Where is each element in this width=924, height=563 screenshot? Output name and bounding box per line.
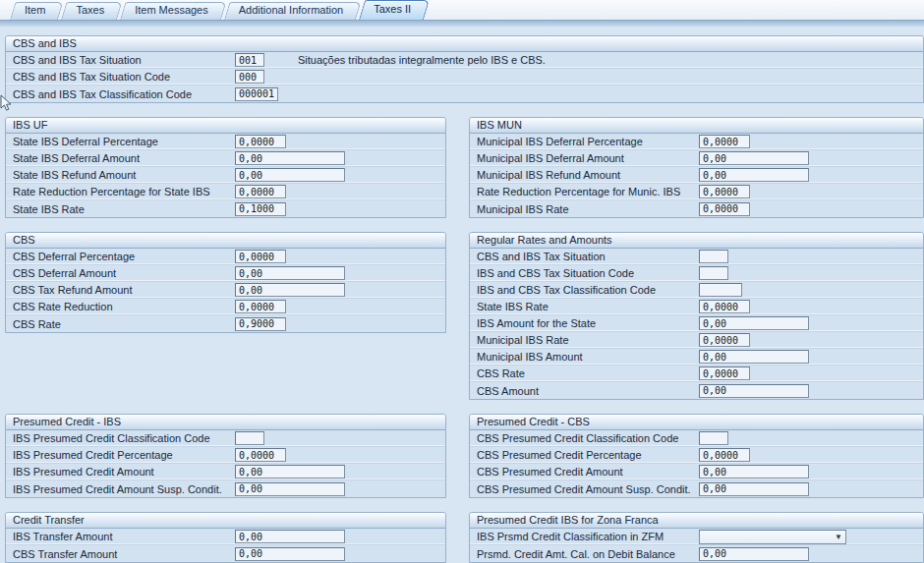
tab-label: Item bbox=[25, 4, 45, 16]
field-label: CBS Presumed Credit Amount bbox=[477, 466, 699, 478]
field-label: CBS and IBS Tax Classification Code bbox=[13, 88, 235, 100]
field-row: IBS Presumed Credit Amount Susp. Condit. bbox=[6, 480, 445, 497]
tab-additional-information[interactable]: Additional Information bbox=[224, 2, 356, 20]
field-label: CBS Amount bbox=[477, 385, 699, 397]
field-input-prsmd-credit-amt-cal-on-debit-balance[interactable] bbox=[699, 547, 809, 561]
field-input-ibs-presumed-credit-percentage[interactable] bbox=[235, 448, 286, 462]
group-title: IBS MUN bbox=[470, 118, 923, 134]
field-row: IBS and CBS Tax Situation Code bbox=[470, 265, 923, 282]
field-row: State IBS Rate bbox=[470, 299, 923, 315]
field-input-state-ibs-refund-amount[interactable] bbox=[235, 168, 345, 182]
field-input-ibs-presumed-credit-amount-susp-condit[interactable] bbox=[235, 482, 345, 496]
field-label: IBS Prsmd Credit Classification in ZFM bbox=[477, 531, 699, 542]
field-input-cbs-deferral-amount[interactable] bbox=[235, 266, 345, 280]
field-label: State IBS Rate bbox=[477, 301, 699, 312]
group-title: Presumed Credit - CBS bbox=[470, 415, 923, 430]
group-cbs: CBSCBS Deferral PercentageCBS Deferral A… bbox=[5, 232, 446, 333]
field-input-ibs-presumed-credit-classification-code[interactable] bbox=[235, 431, 264, 445]
field-input-cbs-rate[interactable] bbox=[699, 366, 750, 380]
field-input-state-ibs-rate[interactable] bbox=[699, 300, 750, 313]
group-title: Presumed Credit IBS for Zona Franca bbox=[470, 513, 923, 529]
field-input-cbs-presumed-credit-classification-code[interactable] bbox=[699, 431, 728, 445]
field-row: CBS and IBS Tax SituationSituações tribu… bbox=[6, 52, 923, 69]
field-label: CBS Presumed Credit Percentage bbox=[477, 449, 699, 461]
field-input-municipal-ibs-amount[interactable] bbox=[699, 350, 809, 364]
field-input-ibs-amount-for-the-state[interactable] bbox=[699, 316, 809, 330]
field-input-cbs-transfer-amount[interactable] bbox=[235, 547, 345, 561]
field-input-municipal-ibs-refund-amount[interactable] bbox=[699, 168, 809, 182]
field-row: State IBS Rate bbox=[6, 200, 445, 217]
field-row: CBS Rate bbox=[6, 315, 445, 332]
field-row: CBS Presumed Credit Percentage bbox=[470, 447, 923, 464]
field-input-ibs-and-cbs-tax-classification-code[interactable] bbox=[699, 283, 742, 297]
field-input-rate-reduction-percentage-for-state-ibs[interactable] bbox=[235, 185, 286, 198]
tab-taxes-ii[interactable]: Taxes II bbox=[359, 0, 424, 20]
field-label: IBS Presumed Credit Amount Susp. Condit. bbox=[13, 483, 235, 495]
field-input-ibs-presumed-credit-amount[interactable] bbox=[235, 465, 345, 479]
field-input-cbs-presumed-credit-amount[interactable] bbox=[699, 465, 809, 479]
field-input-municipal-ibs-deferral-amount[interactable] bbox=[699, 151, 809, 165]
field-label: CBS Deferral Percentage bbox=[13, 251, 235, 262]
group-zona-franca: Presumed Credit IBS for Zona FrancaIBS P… bbox=[469, 512, 924, 563]
mouse-cursor-icon bbox=[0, 94, 12, 112]
field-row: IBS Transfer Amount bbox=[6, 529, 445, 545]
field-input-municipal-ibs-rate[interactable] bbox=[699, 202, 750, 216]
field-row: IBS Amount for the State bbox=[470, 315, 923, 332]
field-input-cbs-and-ibs-tax-classification-code[interactable] bbox=[235, 87, 278, 101]
field-row: Prsmd. Credit Amt. Cal. on Debit Balance bbox=[470, 545, 923, 562]
field-row: Municipal IBS Deferral Percentage bbox=[470, 134, 923, 150]
field-label: Municipal IBS Deferral Amount bbox=[477, 152, 699, 164]
group-regular-rates: Regular Rates and AmountsCBS and IBS Tax… bbox=[469, 232, 924, 400]
field-input-municipal-ibs-deferral-percentage[interactable] bbox=[699, 135, 750, 148]
field-input-cbs-and-ibs-tax-situation-code[interactable] bbox=[235, 70, 264, 84]
field-input-cbs-rate[interactable] bbox=[235, 317, 286, 331]
field-input-rate-reduction-percentage-for-munic-ibs[interactable] bbox=[699, 185, 750, 198]
field-label: CBS Tax Refund Amount bbox=[13, 284, 235, 296]
field-input-ibs-and-cbs-tax-situation-code[interactable] bbox=[699, 266, 728, 280]
field-input-cbs-amount[interactable] bbox=[699, 384, 809, 398]
tab-item[interactable]: Item bbox=[10, 2, 58, 20]
field-label: CBS Presumed Credit Classification Code bbox=[477, 432, 699, 444]
field-row: CBS Tax Refund Amount bbox=[6, 282, 445, 299]
field-input-cbs-and-ibs-tax-situation[interactable] bbox=[235, 53, 264, 67]
field-input-cbs-tax-refund-amount[interactable] bbox=[235, 283, 345, 297]
field-input-cbs-and-ibs-tax-situation[interactable] bbox=[699, 250, 728, 263]
field-row: Municipal IBS Deferral Amount bbox=[470, 150, 923, 167]
field-row: Municipal IBS Amount bbox=[470, 349, 923, 366]
group-ibs-mun: IBS MUNMunicipal IBS Deferral Percentage… bbox=[469, 117, 924, 218]
field-row: CBS Presumed Credit Amount bbox=[470, 464, 923, 480]
field-input-cbs-deferral-percentage[interactable] bbox=[235, 250, 286, 263]
field-row: CBS and IBS Tax Classification Code bbox=[6, 85, 923, 102]
field-label: Rate Reduction Percentage for State IBS bbox=[13, 186, 235, 197]
field-input-cbs-presumed-credit-percentage[interactable] bbox=[699, 448, 750, 462]
field-row: CBS Deferral Percentage bbox=[6, 249, 445, 265]
group-title: CBS and IBS bbox=[6, 36, 923, 52]
field-input-municipal-ibs-rate[interactable] bbox=[699, 333, 750, 347]
field-label: IBS Presumed Credit Classification Code bbox=[13, 432, 235, 444]
group-title: Credit Transfer bbox=[6, 513, 445, 529]
tab-item-messages[interactable]: Item Messages bbox=[120, 2, 221, 20]
field-input-state-ibs-deferral-amount[interactable] bbox=[235, 151, 345, 165]
field-label: Rate Reduction Percentage for Munic. IBS bbox=[477, 186, 699, 197]
field-input-state-ibs-deferral-percentage[interactable] bbox=[235, 135, 286, 148]
field-input-state-ibs-rate[interactable] bbox=[235, 202, 286, 216]
tab-label: Item Messages bbox=[135, 4, 208, 16]
tab-taxes[interactable]: Taxes bbox=[61, 2, 117, 20]
tab-label: Additional Information bbox=[239, 4, 343, 16]
field-label: CBS Transfer Amount bbox=[13, 548, 235, 560]
field-row: CBS Rate bbox=[470, 366, 923, 382]
field-input-ibs-transfer-amount[interactable] bbox=[235, 530, 345, 543]
field-input-cbs-rate-reduction[interactable] bbox=[235, 300, 286, 313]
field-row: IBS Presumed Credit Classification Code bbox=[6, 430, 445, 447]
field-label: CBS Deferral Amount bbox=[13, 267, 235, 279]
field-row: State IBS Deferral Amount bbox=[6, 150, 445, 167]
field-label: CBS Rate bbox=[477, 367, 699, 379]
field-row: Municipal IBS Rate bbox=[470, 332, 923, 349]
tab-bar: ItemTaxesItem MessagesAdditional Informa… bbox=[0, 0, 924, 20]
dropdown-ibs-prsmd-credit-classification-in-zfm[interactable]: ▼ bbox=[699, 530, 846, 544]
dropdown-arrow-icon: ▼ bbox=[832, 531, 845, 543]
field-input-cbs-presumed-credit-amount-susp-condit[interactable] bbox=[699, 482, 809, 496]
field-label: Municipal IBS Rate bbox=[477, 203, 699, 215]
field-row: CBS and IBS Tax Situation Code bbox=[6, 69, 923, 85]
field-row: State IBS Deferral Percentage bbox=[6, 134, 445, 150]
